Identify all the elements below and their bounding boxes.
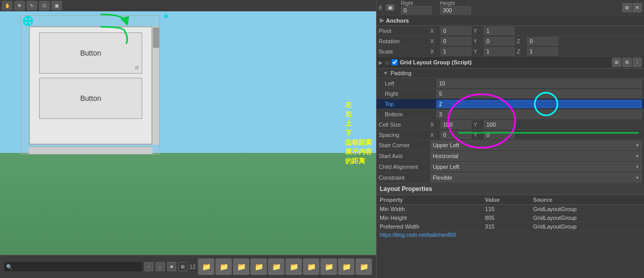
toolbar-btn-rotate[interactable]: ↻ [27, 1, 37, 10]
folder-10[interactable]: 📁 [355, 258, 372, 275]
src-min-height: GridLayoutGroup [530, 214, 644, 222]
toolbar-btn-hand[interactable]: ✋ [2, 1, 12, 10]
table-row: Min Width 115 GridLayoutGroup [377, 205, 644, 214]
grid-layout-header-row: ▶ ▦ Grid Layout Group (Script) ⊞ ⚙ ⋮ [377, 57, 644, 68]
start-corner-dropdown[interactable]: Upper Left ▼ [430, 141, 642, 150]
toolbar-icon-download[interactable]: ↓ [156, 262, 165, 271]
settings-icon-1: ⚙ [134, 65, 139, 71]
prop-pref-width: Preferred Width [377, 222, 482, 231]
rotation-row: Rotation X 0 Y 0 Z 0 [377, 36, 644, 46]
src-min-width: GridLayoutGroup [530, 205, 644, 214]
start-corner-value: Upper Left [433, 142, 459, 148]
toolbar-btn-move[interactable]: ✥ [14, 1, 25, 10]
right-padding-label: Right [385, 91, 436, 97]
folder-icons: 📁 📁 📁 📁 📁 📁 📁 📁 📁 📁 [198, 258, 372, 275]
height-field-group: Height 300 [440, 1, 471, 14]
annotation-chinese: 左 右 上 下 边框距离 展示内容 的距离 [345, 100, 372, 166]
constraint-value: Flexible [433, 175, 452, 181]
toolbar-icon-star[interactable]: ★ [167, 262, 176, 271]
pivot-y-value[interactable]: 1 [484, 27, 515, 35]
inspector-icons: ⊞ R [622, 3, 642, 12]
folder-8[interactable]: 📁 [320, 258, 337, 275]
scale-y-value[interactable]: 1 [484, 47, 515, 56]
annotation-left: 左 [345, 100, 372, 110]
search-bar[interactable]: 🔍 [4, 262, 142, 271]
folder-9[interactable]: 📁 [338, 258, 354, 275]
website-link[interactable]: https://blog.csdn.net/bailichen800 [377, 231, 644, 239]
scale-x-value[interactable]: 1 [440, 47, 471, 56]
spacing-x-label: X [430, 132, 438, 138]
child-alignment-row: Child Alignment Upper Left ▼ [377, 162, 644, 172]
pivot-label: Pivot [379, 28, 430, 34]
fit-icon[interactable]: ⊞ [622, 3, 632, 12]
cross-icon: ✦ [162, 11, 170, 22]
canvas-scrollbar[interactable] [152, 26, 159, 145]
inspector-scroll[interactable]: 8 ▣ Right 0 Height 300 ⊞ R ▶ A [377, 0, 644, 278]
layout-table: Property Value Source Min Width 115 Grid… [377, 195, 644, 231]
dropdown-arrow-axis: ▼ [635, 154, 639, 159]
rot-x-value[interactable]: 0 [440, 37, 471, 45]
src-pref-width: GridLayoutGroup [530, 222, 644, 231]
grid-icon-1[interactable]: ⊞ [612, 58, 621, 67]
right-field-group: Right 0 [401, 1, 432, 14]
folder-3[interactable]: 📁 [233, 258, 249, 275]
canvas-inner: Button ⚙ Button [29, 26, 152, 145]
cell-size-group: X 100 Y 100 [430, 120, 515, 129]
cell-y-value[interactable]: 100 [484, 120, 515, 129]
rot-y-label: Y [473, 38, 482, 44]
start-corner-label: Start Corner [379, 142, 430, 148]
constraint-dropdown[interactable]: Flexible ▼ [430, 173, 642, 182]
start-axis-dropdown[interactable]: Horizontal ▼ [430, 151, 642, 161]
height-label: Height [440, 1, 471, 6]
rot-z-value[interactable]: 0 [527, 37, 558, 45]
right-value[interactable]: 0 [401, 6, 432, 14]
toolbar-btn-rect[interactable]: ▣ [52, 1, 62, 10]
folder-7[interactable]: 📁 [303, 258, 319, 275]
rotation-label: Rotation [379, 38, 430, 44]
bottom-padding-value[interactable]: 3 [436, 110, 642, 118]
grid-layout-toggle[interactable] [392, 59, 398, 65]
top-label: Top [385, 101, 436, 107]
grid-icon-dots[interactable]: ⋮ [633, 58, 642, 67]
spacing-label: Spacing [379, 132, 430, 138]
right-padding-value[interactable]: 5 [436, 90, 642, 98]
folder-5[interactable]: 📁 [268, 258, 284, 275]
prop-min-height: Min Height [377, 214, 482, 222]
rot-z-label: Z [517, 38, 525, 44]
right-label: Right [401, 1, 432, 6]
toolbar-icon-upload[interactable]: ↑ [144, 262, 154, 271]
start-axis-label: Start Axis [379, 153, 430, 159]
pivot-x-label: X [430, 28, 438, 34]
val-min-height: 805 [482, 214, 530, 222]
toolbar-icon-layers[interactable]: ⊞ [178, 262, 188, 271]
search-icon: 🔍 [6, 264, 12, 270]
left-value[interactable]: 10 [436, 79, 642, 88]
scale-y-label: Y [473, 48, 482, 55]
rot-y-value[interactable]: 0 [484, 37, 515, 45]
collapse-arrow-grid: ▶ [379, 60, 383, 65]
pivot-x-value[interactable]: 0 [440, 27, 471, 35]
toolbar-btn-scale[interactable]: ⊡ [39, 1, 49, 10]
spacing-y-value[interactable]: 0 [484, 131, 515, 139]
wh-fields: Right 0 Height 300 [401, 1, 622, 14]
rot-x-label: X [430, 38, 438, 44]
cell-x-value[interactable]: 100 [440, 120, 471, 129]
scale-x-label: X [430, 48, 438, 55]
collapse-arrow-padding: ▼ [383, 70, 388, 76]
folder-6[interactable]: 📁 [285, 258, 302, 275]
height-value[interactable]: 300 [440, 6, 471, 14]
padding-section-header[interactable]: ▼ Padding [377, 68, 644, 78]
grid-icon-gear[interactable]: ⚙ [622, 58, 632, 67]
child-alignment-dropdown[interactable]: Upper Left ▼ [430, 162, 642, 171]
constraint-row: Constraint Flexible ▼ [377, 172, 644, 183]
folder-4[interactable]: 📁 [250, 258, 267, 275]
canvas-scrollbar-thumb [153, 27, 159, 48]
top-value[interactable]: 2 [436, 100, 642, 108]
spacing-x-value[interactable]: 0 [440, 131, 471, 139]
folder-2[interactable]: 📁 [215, 258, 232, 275]
r-icon[interactable]: R [633, 3, 642, 12]
folder-1[interactable]: 📁 [198, 258, 214, 275]
anchors-section-header[interactable]: ▶ Anchors [377, 15, 644, 26]
grid-icon: ▦ [385, 60, 389, 65]
scale-z-value[interactable]: 1 [527, 47, 558, 56]
